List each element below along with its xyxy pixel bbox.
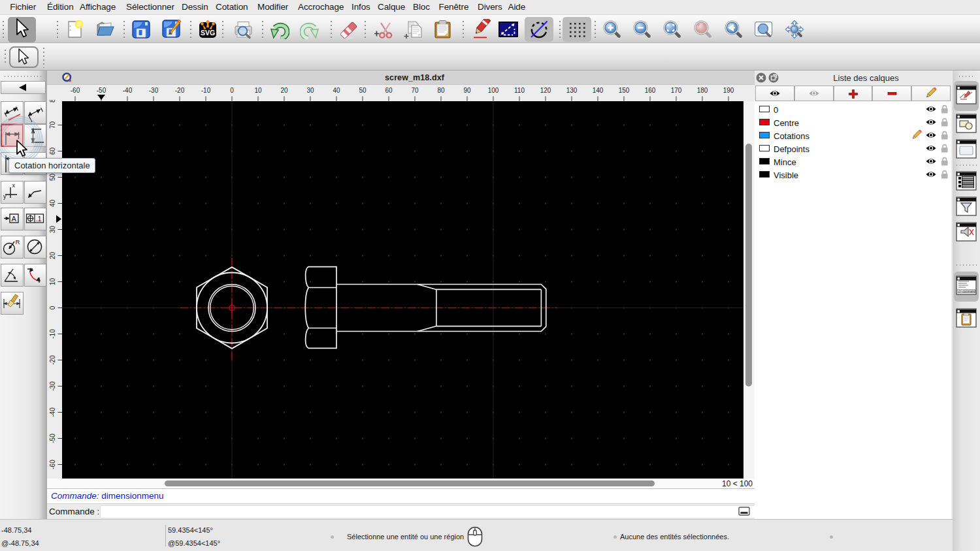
svg-text:20: 20 bbox=[280, 87, 288, 94]
svg-text:70: 70 bbox=[49, 121, 56, 129]
svg-text:110: 110 bbox=[514, 87, 525, 94]
svg-text:10: 10 bbox=[49, 278, 56, 286]
svg-text:60: 60 bbox=[49, 148, 56, 155]
svg-text:x: x bbox=[12, 182, 16, 189]
svg-text:-60: -60 bbox=[49, 460, 56, 469]
svg-text:30: 30 bbox=[306, 87, 314, 94]
svg-text:SVG: SVG bbox=[201, 29, 215, 37]
svg-text:0: 0 bbox=[49, 306, 56, 309]
svg-text:0: 0 bbox=[230, 87, 234, 94]
svg-text:40: 40 bbox=[333, 87, 340, 94]
svg-text:y: y bbox=[3, 193, 7, 200]
svg-text:-10: -10 bbox=[201, 87, 211, 94]
svg-text:150: 150 bbox=[619, 87, 630, 94]
svg-text:-40: -40 bbox=[49, 407, 56, 417]
svg-text:-20: -20 bbox=[175, 87, 185, 94]
svg-text:80: 80 bbox=[49, 95, 56, 103]
svg-text:R: R bbox=[16, 238, 20, 245]
svg-text:-30: -30 bbox=[49, 381, 56, 391]
svg-text:90: 90 bbox=[463, 87, 471, 94]
svg-text:120: 120 bbox=[540, 87, 551, 94]
svg-text:-40: -40 bbox=[123, 87, 133, 94]
svg-text:c> command: c> command bbox=[958, 290, 975, 293]
svg-text:-20: -20 bbox=[49, 355, 56, 365]
svg-text:80: 80 bbox=[437, 87, 445, 94]
svg-text:.1: .1 bbox=[36, 215, 42, 223]
svg-text:-30: -30 bbox=[149, 87, 159, 94]
svg-text:140: 140 bbox=[593, 87, 604, 94]
svg-text:-10: -10 bbox=[49, 329, 56, 339]
svg-text:50: 50 bbox=[49, 174, 56, 181]
svg-text:10: 10 bbox=[254, 87, 262, 94]
svg-text:-50: -50 bbox=[97, 87, 106, 94]
svg-text:30: 30 bbox=[49, 226, 56, 234]
svg-text:170: 170 bbox=[671, 87, 682, 94]
svg-text:40: 40 bbox=[49, 200, 56, 208]
svg-text:160: 160 bbox=[645, 87, 656, 94]
svg-text:70: 70 bbox=[411, 87, 419, 94]
svg-text:-60: -60 bbox=[71, 87, 80, 94]
svg-text:130: 130 bbox=[566, 87, 578, 94]
svg-text:50: 50 bbox=[359, 87, 367, 94]
svg-text:190: 190 bbox=[723, 87, 734, 94]
svg-text:A: A bbox=[12, 215, 17, 223]
svg-text:20: 20 bbox=[49, 252, 56, 260]
svg-text:100: 100 bbox=[488, 87, 499, 94]
svg-text:-50: -50 bbox=[49, 433, 56, 443]
svg-text:60: 60 bbox=[385, 87, 393, 94]
svg-text:180: 180 bbox=[697, 87, 708, 94]
